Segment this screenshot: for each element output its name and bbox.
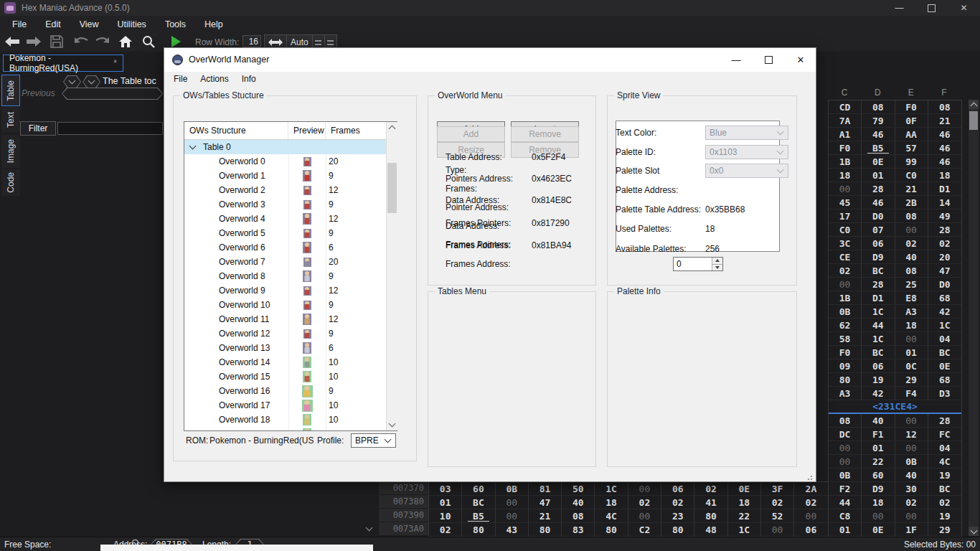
hex-byte[interactable]: 21 xyxy=(529,509,562,523)
hex-byte[interactable]: 3C xyxy=(829,237,862,250)
hex-byte[interactable]: 01 xyxy=(862,441,895,455)
hex-byte[interactable]: 0B xyxy=(829,305,862,319)
hex-byte[interactable]: 81 xyxy=(529,482,562,496)
hex-byte[interactable]: A1 xyxy=(829,128,862,141)
menu-edit[interactable]: Edit xyxy=(36,19,70,29)
menu-utilities[interactable]: Utilities xyxy=(108,19,156,29)
hex-byte[interactable]: 06 xyxy=(862,237,895,250)
hex-byte[interactable]: C0 xyxy=(895,169,928,182)
nav-dropdown-button-2[interactable] xyxy=(83,75,100,88)
hex-byte[interactable]: 0B xyxy=(895,455,928,468)
dialog-menu-actions[interactable]: Actions xyxy=(194,74,235,84)
hex-byte[interactable]: 80 xyxy=(829,373,862,387)
hex-byte[interactable]: 2A xyxy=(794,482,827,496)
hex-byte[interactable]: D9 xyxy=(862,482,895,496)
spinner-down-button[interactable] xyxy=(712,264,722,271)
undo-button[interactable] xyxy=(72,34,90,50)
tab-pokemon-burningred[interactable]: Pokemon - BurningRed(USA) * xyxy=(3,55,123,72)
table-row[interactable]: Overworld 109 xyxy=(184,298,386,312)
hex-byte[interactable]: 08 xyxy=(862,100,895,114)
table-scrollbar-thumb[interactable] xyxy=(387,163,397,213)
hex-byte[interactable]: D0 xyxy=(862,209,895,223)
hex-byte[interactable]: 02 xyxy=(895,237,928,250)
hex-byte[interactable]: 08 xyxy=(928,100,961,114)
table-scroll-down-icon[interactable] xyxy=(387,419,397,430)
frame-spinner[interactable]: 0 xyxy=(673,257,723,271)
hex-byte[interactable]: 0E xyxy=(928,359,961,373)
hex-byte[interactable]: 08 xyxy=(829,414,862,428)
hex-byte[interactable]: C8 xyxy=(829,509,862,523)
search-button[interactable] xyxy=(139,34,158,50)
hex-byte[interactable]: 01 xyxy=(829,523,862,537)
hex-byte[interactable]: D0 xyxy=(928,278,961,291)
hex-byte[interactable]: 00 xyxy=(829,278,862,291)
hex-byte[interactable]: 28 xyxy=(862,278,895,291)
hex-byte[interactable]: 01 xyxy=(862,169,895,182)
hex-byte[interactable]: 80 xyxy=(462,523,495,537)
hex-byte[interactable]: 42 xyxy=(928,305,961,319)
filter-input[interactable] xyxy=(57,122,163,135)
hex-byte[interactable]: C0 xyxy=(829,223,862,237)
hex-byte[interactable]: 23 xyxy=(661,509,694,523)
dialog-menu-file[interactable]: File xyxy=(167,74,194,84)
minimize-button[interactable]: — xyxy=(883,0,915,16)
hex-byte[interactable]: 41 xyxy=(694,496,727,509)
hex-byte[interactable]: 00 xyxy=(862,509,895,523)
hex-byte[interactable]: 00 xyxy=(829,455,862,468)
hex-byte[interactable]: 18 xyxy=(595,496,628,509)
hex-byte[interactable]: 19 xyxy=(862,373,895,387)
hex-byte[interactable]: 18 xyxy=(829,169,862,182)
hex-byte[interactable]: D9 xyxy=(862,250,895,264)
hex-byte[interactable]: 02 xyxy=(794,496,827,509)
maximize-button[interactable] xyxy=(915,0,948,16)
hex-byte[interactable]: 03 xyxy=(429,482,462,496)
table-row[interactable]: Overworld 1810 xyxy=(184,413,386,427)
table-row[interactable]: Overworld 129 xyxy=(184,326,386,341)
hex-byte[interactable]: 3F xyxy=(761,482,794,496)
hex-byte[interactable]: DC xyxy=(829,428,862,441)
col-ows-structure[interactable]: OWs Structure xyxy=(184,122,288,139)
hex-byte[interactable]: 00 xyxy=(794,509,827,523)
hex-byte[interactable]: 50 xyxy=(562,482,595,496)
hex-byte[interactable]: B5 xyxy=(462,509,495,523)
hex-byte[interactable]: 57 xyxy=(895,141,928,155)
hex-byte[interactable]: 30 xyxy=(895,482,928,496)
table-row-root[interactable]: Table 0 xyxy=(184,140,386,154)
close-button[interactable]: ✕ xyxy=(948,0,980,16)
hex-byte[interactable]: 40 xyxy=(562,496,595,509)
hex-byte[interactable]: 46 xyxy=(862,128,895,141)
hex-byte[interactable]: 08 xyxy=(895,264,928,278)
forward-button[interactable] xyxy=(24,34,43,50)
hex-byte[interactable]: 80 xyxy=(661,523,694,537)
hex-byte[interactable]: 09 xyxy=(829,359,862,373)
table-row[interactable]: Overworld 412 xyxy=(184,212,386,226)
hex-byte[interactable]: 2B xyxy=(895,196,928,209)
hex-byte[interactable]: 02 xyxy=(829,264,862,278)
hex-byte[interactable]: 4C xyxy=(928,455,961,468)
dialog-minimize-button[interactable]: — xyxy=(720,48,752,72)
hex-byte[interactable]: 49 xyxy=(928,209,961,223)
sidebar-tab-text[interactable]: Text xyxy=(1,108,20,133)
hex-byte[interactable]: 22 xyxy=(728,509,761,523)
hex-byte[interactable]: 45 xyxy=(829,196,862,209)
hex-scrollbar[interactable] xyxy=(969,100,979,536)
hex-byte[interactable]: 00 xyxy=(761,523,794,537)
hex-byte[interactable]: CE xyxy=(829,250,862,264)
table-scroll-up-icon[interactable] xyxy=(387,122,397,133)
menu-tools[interactable]: Tools xyxy=(156,19,195,29)
scroll-down-icon[interactable] xyxy=(969,527,979,536)
hex-byte[interactable]: 00 xyxy=(628,509,661,523)
back-button[interactable] xyxy=(3,34,22,50)
hex-byte[interactable]: 21 xyxy=(928,114,961,128)
hex-byte[interactable]: 52 xyxy=(761,509,794,523)
hex-byte[interactable]: 25 xyxy=(895,278,928,291)
hex-byte[interactable]: 1B xyxy=(829,291,862,305)
hex-byte[interactable]: 02 xyxy=(761,496,794,509)
hex-byte[interactable]: 18 xyxy=(728,496,761,509)
hex-byte[interactable]: 04 xyxy=(928,332,961,346)
col-preview[interactable]: Preview xyxy=(288,122,326,139)
sidebar-tab-code[interactable]: Code xyxy=(1,169,20,196)
hex-byte[interactable]: 07 xyxy=(862,223,895,237)
row-width-input[interactable]: 16 xyxy=(242,35,261,47)
menu-view[interactable]: View xyxy=(70,19,108,29)
